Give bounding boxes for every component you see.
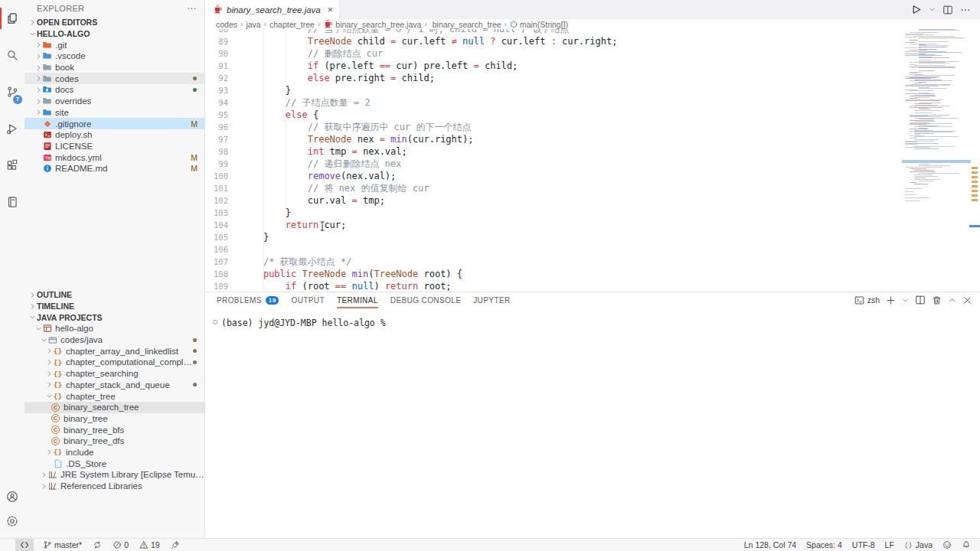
code-line-106[interactable]: 106 (206, 243, 902, 256)
tree-item-include[interactable]: {}include (24, 447, 204, 458)
maximize-panel-button[interactable] (948, 296, 956, 305)
breadcrumb-item[interactable]: codes (216, 20, 237, 29)
tree-item-README.md[interactable]: README.mdM (24, 163, 204, 174)
code-editor[interactable]: 88 // 当子结点数量 = 0 / 1 时, child = null / 该… (206, 29, 980, 292)
breadcrumb-item[interactable]: java (246, 20, 260, 29)
tree-item-binary_tree_bfs[interactable]: Cbinary_tree_bfs (24, 424, 204, 435)
minimap[interactable] (902, 29, 969, 292)
status-encoding[interactable]: UTF-8 (852, 540, 875, 549)
section-header-outline[interactable]: OUTLINE (24, 289, 204, 301)
code-line-88[interactable]: 88 // 当子结点数量 = 0 / 1 时, child = null / 该… (206, 29, 902, 35)
activity-item-account[interactable] (0, 484, 24, 509)
status-indentation[interactable]: Spaces: 4 (806, 540, 842, 549)
split-terminal-button[interactable] (915, 295, 926, 305)
status-warnings[interactable]: 19 (138, 539, 162, 551)
tree-item-chapter_array_and_linkedlist[interactable]: {}chapter_array_and_linkedlist (24, 345, 204, 357)
tree-item-chapter_stack_and_queue[interactable]: {}chapter_stack_and_queue (24, 380, 204, 391)
status-errors[interactable]: 0 (111, 539, 130, 551)
panel-tab-terminal[interactable]: TERMINAL (337, 292, 378, 308)
tree-item-chapter_searching[interactable]: {}chapter_searching (24, 368, 204, 380)
status-feedback[interactable] (942, 540, 952, 549)
code-line-94[interactable]: 94 // 子结点数量 = 2 (206, 96, 902, 109)
tab-close-icon[interactable]: × (328, 5, 333, 15)
tree-item-.gitignore[interactable]: .gitignoreM (24, 118, 204, 129)
activity-item-extensions[interactable] (0, 147, 24, 184)
split-editor-button[interactable] (942, 5, 953, 15)
section-header-hello-algo[interactable]: HELLO-ALGO (24, 28, 204, 40)
breadcrumb-item[interactable]: binary_search_tree.java (323, 19, 421, 29)
status-remote[interactable] (15, 539, 34, 551)
kill-terminal-button[interactable] (932, 295, 942, 305)
code-line-97[interactable]: 97 TreeNode nex = min(cur.right); (206, 133, 902, 145)
code-line-89[interactable]: 89 TreeNode child = cur.left ≠ null ? cu… (206, 35, 902, 47)
tree-item-binary_tree[interactable]: Cbinary_tree (24, 413, 204, 425)
status-java-status[interactable] (169, 539, 181, 551)
breadcrumb-item[interactable]: main(String[]) (510, 20, 568, 29)
close-panel-button[interactable] (962, 295, 972, 305)
tab-binary-search-tree[interactable]: binary_search_tree.java × (206, 0, 340, 19)
code-line-96[interactable]: 96 // 获取中序遍历中 cur 的下一个结点 (206, 121, 902, 133)
tree-item-.vscode[interactable]: .vscode (24, 51, 204, 62)
panel-tab-problems[interactable]: PROBLEMS19 (217, 292, 279, 308)
tree-item-.git[interactable]: .git (24, 39, 204, 51)
activity-item-source-control[interactable]: 7 (0, 73, 24, 110)
tree-item-binary_search_tree[interactable]: Cbinary_search_tree (24, 402, 204, 413)
code-line-91[interactable]: 91 if (pre.left == cur) pre.left = child… (206, 60, 902, 72)
code-line-90[interactable]: 90 // 删除结点 cur (206, 47, 902, 60)
panel-tab-jupyter[interactable]: JUPYTER (473, 292, 510, 308)
code-line-107[interactable]: 107 /* 获取最小结点 */ (206, 256, 902, 268)
tree-item-deploy.sh[interactable]: deploy.sh (24, 129, 204, 141)
status-branch[interactable]: master* (41, 539, 83, 551)
terminal[interactable]: (base) jyd@JYD-MBP hello-algo % (206, 308, 980, 328)
tree-item-JRESystemLibraryEclipseTemurin1717...[interactable]: JRE System Library [Eclipse Temurin 17 [… (24, 469, 204, 481)
activity-item-notebook[interactable] (0, 184, 24, 220)
tree-item-mkdocs.yml[interactable]: mkdocs.ymlM (24, 152, 204, 163)
tree-item-chapter_computational_complexity[interactable]: {}chapter_computational_complexity (24, 357, 204, 368)
breadcrumb-item[interactable]: chapter_tree (270, 20, 315, 29)
status-language-mode[interactable]: Java (904, 540, 933, 549)
tree-item-codesjava[interactable]: codes/java (24, 334, 204, 346)
activity-item-explorer[interactable] (0, 0, 24, 37)
tree-item-docs[interactable]: docs (24, 84, 204, 96)
tree-item-chapter_tree[interactable]: {}chapter_tree (24, 390, 204, 402)
code-line-105[interactable]: 105 } (206, 231, 902, 243)
code-line-95[interactable]: 95 else { (206, 109, 902, 121)
status-sync[interactable] (91, 539, 103, 551)
status-notifications[interactable] (962, 540, 971, 549)
terminal-shell-selector[interactable]: zsh (854, 295, 880, 305)
breadcrumb-item[interactable]: binary_search_tree (430, 20, 501, 29)
panel-tab-output[interactable]: OUTPUT (291, 292, 325, 308)
code-line-109[interactable]: 109 if (root == null) return root; (206, 280, 902, 292)
code-line-93[interactable]: 93 } (206, 84, 902, 96)
status-eol[interactable]: LF (885, 540, 894, 549)
code-line-100[interactable]: 100 remove(nex.val); (206, 170, 902, 182)
activity-item-settings[interactable] (0, 509, 24, 533)
tree-item-ReferencedLibraries[interactable]: Referenced Libraries (24, 481, 204, 492)
section-header-java-projects[interactable]: JAVA PROJECTS (24, 311, 204, 323)
run-dropdown-button[interactable] (929, 6, 936, 13)
tree-item-.DS_Store[interactable]: .DS_Store (24, 458, 204, 469)
tree-item-book[interactable]: book (24, 62, 204, 73)
code-line-102[interactable]: 102 cur.val = tmp; (206, 194, 902, 207)
tree-item-codes[interactable]: codes (24, 73, 204, 84)
code-line-98[interactable]: 98 int tmp = nex.val; (206, 145, 902, 158)
views-more-actions-icon[interactable]: ⋯ (187, 3, 197, 14)
tree-item-binary_tree_dfs[interactable]: Cbinary_tree_dfs (24, 435, 204, 447)
run-button[interactable] (910, 4, 922, 15)
code-line-103[interactable]: 103 } (206, 207, 902, 219)
new-terminal-button[interactable] (886, 295, 896, 305)
tree-item-site[interactable]: site (24, 107, 204, 119)
tree-item-LICENSE[interactable]: LICENSE (24, 141, 204, 152)
status-cursor-position[interactable]: Ln 128, Col 74 (744, 540, 796, 549)
panel-tab-debug-console[interactable]: DEBUG CONSOLE (390, 292, 461, 308)
section-header-open-editors[interactable]: OPEN EDITORS (24, 17, 204, 28)
code-line-99[interactable]: 99 // 递归删除结点 nex (206, 158, 902, 170)
tree-item-overrides[interactable]: overrides (24, 96, 204, 107)
code-line-101[interactable]: 101 // 将 nex 的值复制给 cur (206, 182, 902, 194)
section-header-timeline[interactable]: TIMELINE (24, 301, 204, 312)
code-line-92[interactable]: 92 else pre.right = child; (206, 72, 902, 84)
more-actions-button[interactable] (960, 5, 971, 15)
tree-item-hello-algo[interactable]: hello-algo (24, 323, 204, 334)
activity-item-run-debug[interactable] (0, 110, 24, 147)
code-line-104[interactable]: 104 return cur; (206, 219, 902, 231)
